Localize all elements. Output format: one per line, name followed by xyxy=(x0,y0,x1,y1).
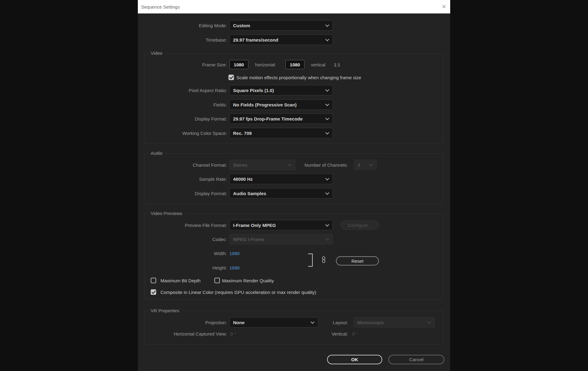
vertical-captured-view-value: 0 ° xyxy=(352,331,358,336)
sample-rate-row: Sample Rate: 48000 Hz xyxy=(138,174,450,184)
frame-size-label: Frame Size: xyxy=(138,62,227,67)
fields-label: Fields: xyxy=(138,102,227,107)
captured-view-row: Horizontal Captured View: 0 ° Vertical: … xyxy=(138,330,450,337)
dialog-titlebar: Sequence Settings ✕ xyxy=(138,0,450,13)
channel-format-row: Channel Format: Stereo Number of Channel… xyxy=(138,160,450,170)
layout-value: Monoscopic xyxy=(357,320,384,325)
frame-width-input[interactable]: 1080 xyxy=(229,60,248,69)
editing-mode-dropdown[interactable]: Custom xyxy=(229,20,333,31)
chevron-down-icon xyxy=(325,102,329,106)
preview-height-value[interactable]: 1080 xyxy=(229,265,239,270)
layout-label: Layout: xyxy=(291,320,348,325)
audio-display-format-label: Display Format: xyxy=(138,191,227,196)
composite-linear-label: Composite in Linear Color (requires GPU … xyxy=(160,290,316,295)
chevron-down-icon xyxy=(369,162,373,166)
scale-motion-label: Scale motion effects proportionally when… xyxy=(236,75,361,80)
max-bit-depth-checkbox[interactable] xyxy=(151,278,156,283)
vertical-label: vertical xyxy=(311,62,326,67)
sample-rate-dropdown[interactable]: 48000 Hz xyxy=(229,174,333,184)
projection-label: Projection: xyxy=(138,320,227,325)
editing-mode-row: Editing Mode: Custom xyxy=(138,20,450,31)
pixel-aspect-row: Pixel Aspect Ratio: Square Pixels (1.0) xyxy=(138,85,450,95)
chevron-down-icon xyxy=(325,191,329,195)
chevron-down-icon xyxy=(325,88,329,92)
audio-display-format-row: Display Format: Audio Samples xyxy=(138,188,450,198)
video-display-format-label: Display Format: xyxy=(138,116,227,121)
composite-linear-row: Composite in Linear Color (requires GPU … xyxy=(138,289,450,295)
reset-button[interactable]: Reset xyxy=(336,256,379,265)
scale-motion-checkbox[interactable] xyxy=(228,75,234,80)
channel-format-value: Stereo xyxy=(233,162,247,168)
audio-section-label: Audio xyxy=(149,150,164,156)
editing-mode-label: Editing Mode: xyxy=(138,23,227,28)
preview-width-value[interactable]: 1080 xyxy=(229,251,239,256)
working-color-space-row: Working Color Space: Rec. 709 xyxy=(138,128,450,138)
number-of-channels-dropdown: 2 xyxy=(354,160,377,170)
pixel-aspect-value: Square Pixels (1.0) xyxy=(233,88,274,93)
editing-mode-value: Custom xyxy=(233,23,250,28)
pixel-aspect-ratio-readout: 1:1 xyxy=(334,62,340,67)
close-icon[interactable]: ✕ xyxy=(442,4,446,9)
ok-button[interactable]: OK xyxy=(327,355,382,364)
pixel-aspect-dropdown[interactable]: Square Pixels (1.0) xyxy=(229,85,333,95)
working-color-space-dropdown[interactable]: Rec. 709 xyxy=(229,128,333,138)
vr-properties-section: VR Properties xyxy=(145,311,443,345)
max-render-quality-checkbox[interactable] xyxy=(214,278,220,283)
fields-dropdown[interactable]: No Fields (Progressive Scan) xyxy=(229,99,333,110)
horizontal-captured-view-value: 0 ° xyxy=(230,331,236,336)
composite-linear-checkbox[interactable] xyxy=(151,289,156,295)
chevron-down-icon xyxy=(325,37,329,41)
number-of-channels-value: 2 xyxy=(358,162,360,168)
number-of-channels-label: Number of Channels: xyxy=(273,162,348,168)
projection-value: None xyxy=(233,320,245,325)
horizontal-label: horizontal xyxy=(255,62,275,67)
preview-height-row: Height: 1080 xyxy=(138,264,450,271)
pixel-aspect-label: Pixel Aspect Ratio: xyxy=(138,88,227,93)
audio-display-format-value: Audio Samples xyxy=(233,191,266,196)
horizontal-captured-view-label: Horizontal Captured View: xyxy=(138,331,227,336)
working-color-space-label: Working Color Space: xyxy=(138,131,227,136)
timebase-row: Timebase: 29.97 frames/second xyxy=(138,35,450,45)
cancel-button[interactable]: Cancel xyxy=(388,355,444,364)
preview-file-format-label: Preview File Format: xyxy=(138,223,227,228)
vr-properties-section-label: VR Properties xyxy=(149,308,181,313)
chevron-down-icon xyxy=(325,176,329,180)
chevron-down-icon xyxy=(325,116,329,120)
video-display-format-value: 29.97 fps Drop-Frame Timecode xyxy=(233,116,303,121)
working-color-space-value: Rec. 709 xyxy=(233,131,252,136)
codec-label: Codec: xyxy=(138,237,227,242)
projection-row: Projection: None Layout: Monoscopic xyxy=(138,317,450,328)
preview-width-label: Width: xyxy=(138,251,227,256)
link-icon[interactable] xyxy=(322,256,326,263)
fields-row: Fields: No Fields (Progressive Scan) xyxy=(138,99,450,110)
channel-format-label: Channel Format: xyxy=(138,162,227,168)
video-section-label: Video xyxy=(149,50,164,56)
preview-height-label: Height: xyxy=(138,265,227,270)
sample-rate-label: Sample Rate: xyxy=(138,176,227,182)
configure-button: Configure... xyxy=(340,221,379,230)
preview-file-format-row: Preview File Format: I-Frame Only MPEG xyxy=(138,220,450,230)
video-display-format-dropdown[interactable]: 29.97 fps Drop-Frame Timecode xyxy=(229,113,333,124)
layout-dropdown: Monoscopic xyxy=(354,317,435,328)
codec-row: Codec: MPEG I-Frame xyxy=(138,234,450,244)
timebase-dropdown[interactable]: 29.97 frames/second xyxy=(229,35,333,45)
audio-display-format-dropdown[interactable]: Audio Samples xyxy=(229,188,333,198)
sequence-settings-dialog: Sequence Settings ✕ Editing Mode: Custom… xyxy=(138,0,450,371)
video-display-format-row: Display Format: 29.97 fps Drop-Frame Tim… xyxy=(138,113,450,124)
dialog-title: Sequence Settings xyxy=(141,4,180,9)
sample-rate-value: 48000 Hz xyxy=(233,176,253,182)
width-height-bracket xyxy=(308,254,313,267)
chevron-down-icon xyxy=(325,23,329,27)
codec-dropdown: MPEG I-Frame xyxy=(229,234,333,244)
max-render-quality-label: Maximum Render Quality xyxy=(222,278,274,283)
fields-value: No Fields (Progressive Scan) xyxy=(233,102,297,107)
scale-motion-row: Scale motion effects proportionally when… xyxy=(138,74,450,81)
timebase-label: Timebase: xyxy=(138,37,227,43)
max-bit-depth-label: Maximum Bit Depth xyxy=(160,278,201,283)
codec-value: MPEG I-Frame xyxy=(233,237,265,242)
quality-checkbox-row: Maximum Bit Depth Maximum Render Quality xyxy=(138,277,450,284)
preview-file-format-dropdown[interactable]: I-Frame Only MPEG xyxy=(229,220,333,230)
chevron-down-icon xyxy=(325,131,329,135)
frame-size-row: Frame Size: 1080 horizontal 1080 vertica… xyxy=(138,59,450,70)
frame-height-input[interactable]: 1080 xyxy=(285,60,304,69)
